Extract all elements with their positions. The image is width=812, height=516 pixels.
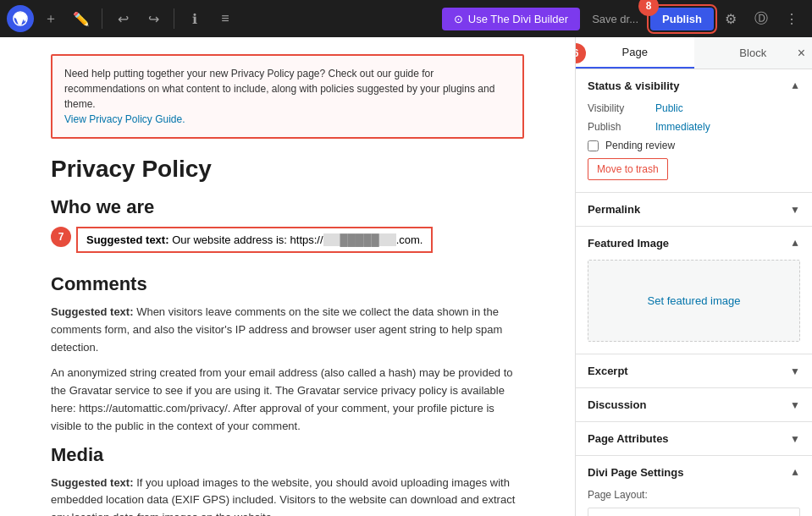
divi-settings-header[interactable]: Divi Page Settings ▼ xyxy=(576,456,812,489)
discussion-header[interactable]: Discussion ▼ xyxy=(576,388,812,421)
divi-btn-label: Use The Divi Builder xyxy=(468,13,568,25)
comments-text-1: Suggested text: When visitors leave comm… xyxy=(51,304,524,356)
discussion-section: Discussion ▼ xyxy=(576,388,812,422)
suggested-label: Suggested text: xyxy=(86,233,169,246)
privacy-guide-link[interactable]: View Privacy Policy Guide. xyxy=(64,113,185,125)
visibility-row: Visibility Public xyxy=(588,102,800,114)
media-text: Suggested text: If you upload images to … xyxy=(51,475,524,516)
featured-image-section: Featured Image ▼ Set featured image xyxy=(576,227,812,354)
tab-page[interactable]: Page xyxy=(576,37,694,69)
sidebar-close-btn[interactable]: × xyxy=(798,47,805,60)
privacy-notice-banner: Need help putting together your new Priv… xyxy=(51,54,524,139)
page-layout-select[interactable]: Right Sidebar No Sidebar Left Sidebar Fu… xyxy=(588,508,800,516)
pending-review-label: Pending review xyxy=(605,140,675,151)
comments-suggested-label: Suggested text: xyxy=(51,305,134,318)
excerpt-header[interactable]: Excerpt ▼ xyxy=(576,354,812,387)
add-block-btn[interactable]: ＋ xyxy=(37,5,64,32)
featured-image-title: Featured Image xyxy=(588,237,669,250)
featured-image-chevron-icon: ▼ xyxy=(790,238,800,250)
publish-value[interactable]: Immediately xyxy=(655,121,710,133)
undo-btn[interactable]: ↩ xyxy=(109,5,136,32)
step7-badge: 7 xyxy=(51,227,71,247)
discussion-chevron-icon: ▼ xyxy=(790,399,800,411)
save-draft-btn[interactable]: Save dr... xyxy=(583,8,647,30)
permalink-chevron-icon: ▼ xyxy=(790,204,800,216)
pending-review-checkbox[interactable] xyxy=(588,140,599,151)
divi-logo-btn[interactable]: Ⓓ xyxy=(748,5,775,32)
excerpt-section: Excerpt ▼ xyxy=(576,354,812,388)
toolbar: ＋ ✏️ ↩ ↪ ℹ ≡ ⊙ Use The Divi Builder Save… xyxy=(0,0,812,37)
page-layout-label: Page Layout: xyxy=(588,489,800,501)
featured-image-content: Set featured image xyxy=(576,260,812,354)
permalink-section: Permalink ▼ xyxy=(576,193,812,227)
divi-builder-btn[interactable]: ⊙ Use The Divi Builder xyxy=(442,8,580,30)
sidebar-tabs: 6 Page Block × xyxy=(576,37,812,69)
divi-icon: ⊙ xyxy=(454,13,463,25)
discussion-title: Discussion xyxy=(588,398,646,411)
pending-review-row: Pending review xyxy=(588,140,800,151)
page-attributes-section: Page Attributes ▼ xyxy=(576,422,812,456)
move-to-trash-btn[interactable]: Move to trash xyxy=(588,158,668,180)
comments-heading: Comments xyxy=(51,273,524,295)
divi-settings-chevron-icon: ▼ xyxy=(790,467,800,479)
main-layout: Need help putting together your new Priv… xyxy=(0,37,812,516)
divi-settings-title: Divi Page Settings xyxy=(588,466,683,479)
media-suggested-label: Suggested text: xyxy=(51,476,134,489)
who-we-are-heading: Who we are xyxy=(51,196,524,218)
publish-btn[interactable]: Publish xyxy=(650,8,714,30)
visibility-value[interactable]: Public xyxy=(655,102,683,114)
redo-btn[interactable]: ↪ xyxy=(140,5,167,32)
tools-btn[interactable]: ✏️ xyxy=(68,5,95,32)
sidebar: 6 Page Block × Status & visibility ▼ Vis… xyxy=(575,37,812,516)
suggested-content: Our website address is: https://█████.co… xyxy=(169,233,423,246)
status-chevron-icon: ▼ xyxy=(790,80,800,92)
publish-label: Publish xyxy=(588,121,655,133)
media-heading: Media xyxy=(51,444,524,466)
status-visibility-content: Visibility Public Publish Immediately Pe… xyxy=(576,102,812,192)
notice-text: Need help putting together your new Priv… xyxy=(64,68,494,110)
editor-area: Need help putting together your new Priv… xyxy=(0,37,575,516)
page-attributes-header[interactable]: Page Attributes ▼ xyxy=(576,422,812,455)
excerpt-title: Excerpt xyxy=(588,365,628,377)
suggested-text-box: Suggested text: Our website address is: … xyxy=(76,227,433,253)
status-visibility-title: Status & visibility xyxy=(588,80,679,92)
page-attributes-title: Page Attributes xyxy=(588,432,669,445)
excerpt-chevron-icon: ▼ xyxy=(790,365,800,377)
comments-text-2: An anonymized string created from your e… xyxy=(51,365,524,435)
page-title: Privacy Policy xyxy=(51,156,524,183)
visibility-label: Visibility xyxy=(588,102,655,114)
status-visibility-header[interactable]: Status & visibility ▼ xyxy=(576,69,812,102)
page-attributes-chevron-icon: ▼ xyxy=(790,433,800,445)
publish-row: Publish Immediately xyxy=(588,121,800,133)
wp-logo[interactable] xyxy=(7,5,34,32)
divi-settings-section: Divi Page Settings ▼ Page Layout: Right … xyxy=(576,456,812,516)
permalink-header[interactable]: Permalink ▼ xyxy=(576,193,812,226)
permalink-title: Permalink xyxy=(588,203,640,216)
set-featured-image-btn[interactable]: Set featured image xyxy=(588,260,800,342)
publish-btn-wrapper: 8 Publish xyxy=(650,8,714,30)
info-btn[interactable]: ℹ xyxy=(181,5,208,32)
separator-2 xyxy=(174,8,174,29)
separator-1 xyxy=(102,8,102,29)
more-options-btn[interactable]: ⋮ xyxy=(778,5,805,32)
status-visibility-section: Status & visibility ▼ Visibility Public … xyxy=(576,69,812,193)
who-we-are-suggested: 7 Suggested text: Our website address is… xyxy=(51,227,524,263)
list-view-btn[interactable]: ≡ xyxy=(212,5,239,32)
divi-settings-content: Page Layout: Right Sidebar No Sidebar Le… xyxy=(576,489,812,516)
featured-image-header[interactable]: Featured Image ▼ xyxy=(576,227,812,260)
tab-block[interactable]: Block xyxy=(694,37,813,69)
settings-btn[interactable]: ⚙ xyxy=(717,5,744,32)
